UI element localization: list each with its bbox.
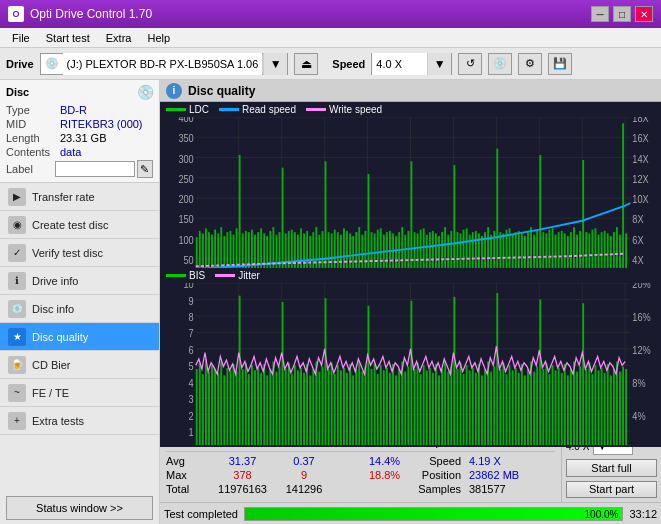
svg-rect-34	[239, 155, 241, 279]
speed-select[interactable]: 4.0 X	[372, 53, 427, 75]
drive-dropdown-btn[interactable]: ▼	[263, 53, 287, 75]
disc-quality-header-icon: i	[166, 83, 182, 99]
svg-text:3: 3	[189, 393, 194, 405]
svg-rect-288	[429, 367, 431, 444]
length-value: 23.31 GB	[60, 132, 106, 144]
svg-rect-343	[598, 370, 600, 445]
svg-rect-104	[453, 165, 455, 279]
svg-rect-338	[582, 303, 584, 445]
disc-quality-icon: ★	[8, 328, 26, 346]
contents-value: data	[60, 146, 81, 158]
svg-rect-264	[355, 369, 357, 445]
speed-val: 4.19 X	[469, 455, 524, 467]
chart-top: LDC Read speed Write speed	[160, 102, 661, 268]
svg-text:8X: 8X	[632, 213, 643, 225]
speed-label: Speed	[332, 58, 365, 70]
status-text: Test completed	[164, 508, 238, 520]
svg-rect-262	[349, 363, 351, 444]
start-part-button[interactable]: Start part	[566, 481, 657, 499]
svg-text:9: 9	[189, 294, 194, 306]
label-input[interactable]	[55, 161, 135, 177]
sidebar-item-disc-quality[interactable]: ★ Disc quality	[0, 323, 159, 351]
svg-text:10X: 10X	[632, 193, 648, 205]
save-button[interactable]: 💾	[548, 53, 572, 75]
svg-rect-259	[340, 370, 342, 445]
svg-rect-324	[539, 299, 541, 445]
svg-rect-118	[496, 149, 498, 279]
total-jitter-spacer2	[357, 483, 412, 495]
svg-rect-276	[392, 363, 394, 444]
progress-bar-container: 100.0%	[244, 507, 623, 521]
status-window-button[interactable]: Status window >>	[6, 496, 153, 520]
svg-text:8%: 8%	[632, 376, 645, 388]
minimize-button[interactable]: ─	[591, 6, 609, 22]
svg-rect-289	[432, 372, 434, 444]
settings-button[interactable]: ⚙	[518, 53, 542, 75]
sidebar-item-verify-test-disc[interactable]: ✓ Verify test disc	[0, 239, 159, 267]
svg-rect-284	[417, 362, 419, 444]
max-ldc: 378	[210, 469, 275, 481]
sidebar-item-fe-te[interactable]: ~ FE / TE	[0, 379, 159, 407]
drive-select[interactable]: (J:) PLEXTOR BD-R PX-LB950SA 1.06	[63, 53, 263, 75]
disc-quality-header: i Disc quality	[160, 80, 661, 102]
avg-bis: 0.37	[279, 455, 329, 467]
svg-rect-242	[288, 362, 290, 444]
svg-rect-223	[230, 370, 232, 445]
svg-rect-333	[567, 375, 569, 445]
svg-rect-304	[478, 363, 480, 444]
menu-file[interactable]: File	[4, 30, 38, 46]
maximize-button[interactable]: □	[613, 6, 631, 22]
svg-rect-219	[217, 372, 219, 444]
refresh-button[interactable]: ↺	[458, 53, 482, 75]
sidebar-item-disc-info[interactable]: 💿 Disc info	[0, 295, 159, 323]
svg-rect-297	[457, 369, 459, 445]
svg-rect-351	[622, 366, 624, 444]
sidebar-item-create-test-disc[interactable]: ◉ Create test disc	[0, 211, 159, 239]
svg-text:1: 1	[189, 426, 194, 438]
svg-rect-287	[426, 370, 428, 445]
svg-rect-212	[196, 369, 198, 445]
svg-rect-271	[377, 374, 379, 445]
disc-panel: Disc 💿 Type BD-R MID RITEKBR3 (000) Leng…	[0, 80, 159, 183]
sidebar-item-cd-bier[interactable]: 🍺 CD Bier	[0, 351, 159, 379]
disc-button[interactable]: 💿	[488, 53, 512, 75]
svg-rect-286	[423, 365, 425, 445]
speed-dropdown-btn[interactable]: ▼	[427, 53, 451, 75]
menu-help[interactable]: Help	[139, 30, 178, 46]
svg-rect-261	[346, 372, 348, 444]
drive-bar: Drive 💿 (J:) PLEXTOR BD-R PX-LB950SA 1.0…	[0, 48, 661, 80]
label-edit-btn[interactable]: ✎	[137, 160, 153, 178]
close-button[interactable]: ✕	[635, 6, 653, 22]
svg-text:200: 200	[178, 193, 194, 205]
sidebar-item-extra-tests[interactable]: + Extra tests	[0, 407, 159, 435]
svg-text:5: 5	[189, 360, 194, 372]
start-full-button[interactable]: Start full	[566, 459, 657, 477]
svg-rect-217	[211, 365, 213, 445]
svg-text:16X: 16X	[632, 132, 648, 144]
svg-text:4: 4	[189, 376, 194, 388]
svg-rect-302	[472, 367, 474, 444]
transfer-rate-icon: ▶	[8, 188, 26, 206]
svg-rect-346	[607, 363, 609, 444]
jitter-legend-label: Jitter	[238, 270, 260, 281]
svg-rect-229	[248, 374, 250, 445]
max-jitter: 18.8%	[357, 469, 412, 481]
svg-text:6: 6	[189, 343, 194, 355]
svg-rect-244	[294, 365, 296, 445]
svg-rect-253	[322, 366, 324, 444]
sidebar-item-drive-info[interactable]: ℹ Drive info	[0, 267, 159, 295]
menu-start-test[interactable]: Start test	[38, 30, 98, 46]
status-time: 33:12	[629, 508, 657, 520]
contents-label: Contents	[6, 146, 60, 158]
nav-extra-tests-label: Extra tests	[32, 415, 84, 427]
menu-extra[interactable]: Extra	[98, 30, 140, 46]
length-label: Length	[6, 132, 60, 144]
sidebar-item-transfer-rate[interactable]: ▶ Transfer rate	[0, 183, 159, 211]
speed-label: Speed	[416, 455, 461, 467]
svg-rect-322	[533, 371, 535, 444]
svg-text:2: 2	[189, 409, 194, 421]
main-content: Disc 💿 Type BD-R MID RITEKBR3 (000) Leng…	[0, 80, 661, 524]
svg-rect-336	[576, 371, 578, 444]
content-area: i Disc quality LDC Read speed	[160, 80, 661, 524]
eject-button[interactable]: ⏏	[294, 53, 318, 75]
